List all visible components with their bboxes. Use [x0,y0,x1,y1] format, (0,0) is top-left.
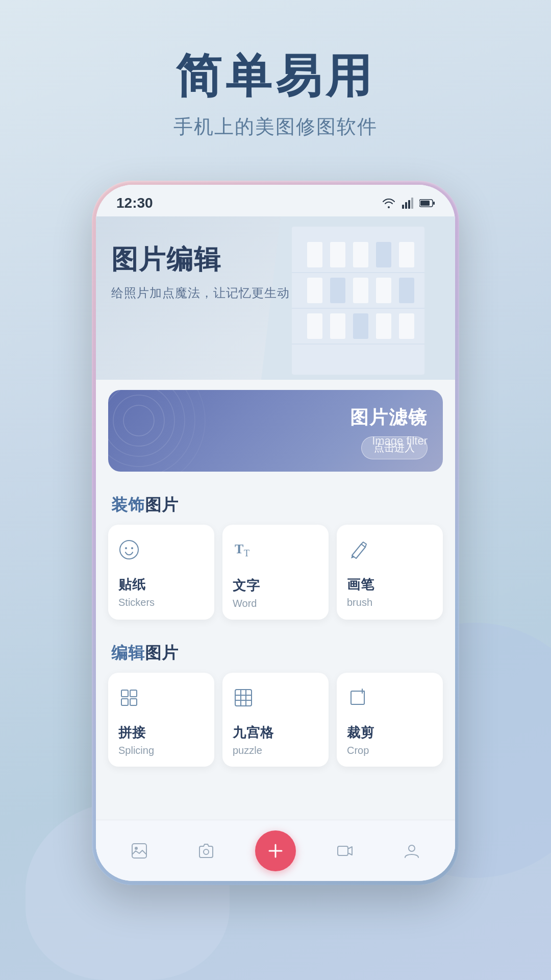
tab-home[interactable] [255,830,296,871]
svg-rect-5 [420,201,430,206]
hero-text: 图片编辑 给照片加点魔法，让记忆更生动 [111,242,290,301]
splicing-icon [118,687,140,712]
tab-profile-icon-wrap [394,833,430,869]
svg-point-57 [409,845,415,851]
feature-splicing[interactable]: 拼接 Splicing [108,673,214,767]
section-edit-bold: 编辑 [111,644,145,662]
feature-crop[interactable]: 裁剪 Crop [337,673,443,767]
camera-icon [197,842,215,860]
app-header: 简单易用 手机上的美图修图软件 [0,0,551,170]
brush-name-cn: 画笔 [347,576,374,594]
tab-video[interactable] [327,833,363,869]
svg-rect-1 [405,202,407,209]
puzzle-name-cn: 九宫格 [233,724,274,742]
word-name-cn: 文字 [233,577,260,595]
svg-rect-18 [376,278,391,303]
brush-icon [347,539,368,564]
svg-rect-13 [376,242,391,267]
profile-icon [403,842,420,860]
svg-rect-2 [408,200,410,209]
svg-rect-22 [353,313,368,339]
tab-bar [96,820,455,881]
svg-point-29 [113,395,164,446]
status-time: 12:30 [116,195,153,211]
section-edit-title: 编辑图片 [96,630,455,673]
stickers-name-cn: 贴纸 [118,576,146,594]
main-subtitle: 手机上的美图修图软件 [0,114,551,140]
decorate-feature-grid: 贴纸 Stickers T T 文字 Word [96,525,455,630]
phone-screen: 12:30 [96,185,455,881]
stickers-icon [118,539,140,564]
feature-puzzle[interactable]: 九宫格 puzzle [222,673,329,767]
hero-description: 给照片加点魔法，让记忆更生动 [111,285,290,301]
feature-brush[interactable]: 画笔 brush [337,525,443,620]
filter-card-rings [108,390,220,472]
brush-name-en: brush [347,597,372,608]
svg-rect-0 [402,205,404,209]
svg-rect-20 [307,313,322,339]
filter-card-title: 图片滤镜 [350,405,428,430]
svg-point-52 [135,847,138,850]
svg-rect-14 [399,242,414,267]
svg-rect-3 [411,198,413,209]
status-bar: 12:30 [96,185,455,216]
svg-rect-12 [353,242,368,267]
svg-text:T: T [235,542,243,556]
stickers-name-en: Stickers [118,597,155,608]
tab-gallery-icon-wrap [121,833,157,869]
crop-name-cn: 裁剪 [347,724,374,742]
video-icon [336,842,354,860]
tab-gallery[interactable] [121,833,157,869]
feature-word[interactable]: T T 文字 Word [222,525,329,620]
crop-name-en: Crop [347,745,369,756]
svg-rect-21 [330,313,345,339]
gallery-icon [131,842,148,860]
svg-rect-39 [121,690,128,697]
edit-feature-grid: 拼接 Splicing [96,673,455,777]
tab-camera-icon-wrap [188,833,224,869]
puzzle-name-en: puzzle [233,745,262,756]
battery-icon [419,199,435,208]
status-icons [382,198,435,209]
hero-banner: 图片编辑 给照片加点魔法，让记忆更生动 [96,216,455,380]
svg-rect-24 [399,313,414,339]
word-name-en: Word [233,598,257,609]
crop-icon [347,687,368,712]
building-illustration [261,216,455,380]
svg-point-31 [108,390,185,467]
svg-rect-40 [130,690,137,697]
svg-rect-43 [235,690,252,706]
splicing-name-en: Splicing [118,745,154,756]
svg-point-53 [204,849,209,854]
tab-video-icon-wrap [327,833,363,869]
tab-home-icon-wrap [255,830,296,871]
wifi-icon [382,198,396,209]
svg-point-28 [123,405,154,436]
svg-rect-51 [132,844,146,858]
svg-point-36 [131,547,133,549]
tab-camera[interactable] [188,833,224,869]
phone-content: 图片编辑 给照片加点魔法，让记忆更生动 [96,216,455,877]
svg-rect-42 [130,699,137,705]
building-svg [261,216,455,380]
svg-rect-23 [376,313,391,339]
filter-card[interactable]: 图片滤镜 Image filter 点击进入 [108,390,443,472]
svg-rect-56 [338,846,348,855]
svg-rect-10 [307,242,322,267]
svg-rect-16 [330,278,345,303]
svg-rect-41 [121,699,128,705]
section-decorate-title: 装饰图片 [96,482,455,525]
feature-stickers[interactable]: 贴纸 Stickers [108,525,214,620]
tab-profile[interactable] [394,833,430,869]
splicing-name-cn: 拼接 [118,724,146,742]
svg-rect-15 [307,278,322,303]
svg-point-35 [125,547,127,549]
svg-rect-11 [330,242,345,267]
puzzle-icon [233,687,254,712]
signal-icon [402,198,413,209]
section-decorate-bold: 装饰 [111,496,145,514]
svg-point-34 [120,541,138,559]
svg-rect-19 [399,278,414,303]
hero-title: 图片编辑 [111,242,290,278]
filter-card-button[interactable]: 点击进入 [361,436,428,459]
